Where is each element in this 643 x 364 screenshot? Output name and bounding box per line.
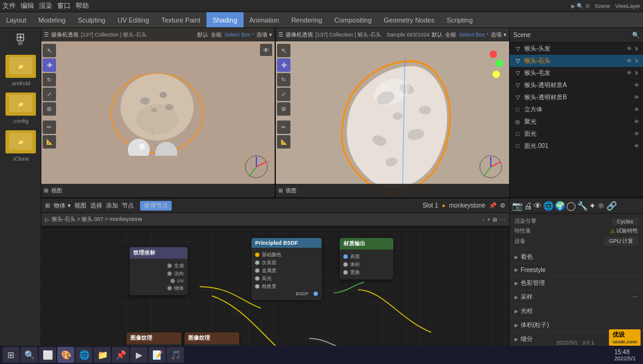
tool-measure[interactable]: 📐	[43, 135, 56, 149]
search-button[interactable]: 🔍	[21, 347, 38, 363]
taskview-button[interactable]: ⬜	[39, 347, 56, 363]
node-output[interactable]: 材质输出 表面 体积 置换	[340, 238, 393, 279]
prop-modifier-icon[interactable]: 🔧	[577, 201, 588, 211]
tab-layout[interactable]: Layout	[0, 12, 32, 27]
vr-tool-scale[interactable]: ⤢	[277, 88, 290, 101]
menu-window[interactable]: 窗口	[57, 1, 71, 10]
folder-iclone[interactable]: 📁	[5, 130, 36, 153]
prop-physics-icon[interactable]: ⚛	[597, 201, 605, 211]
vr-coord[interactable]: 默认	[432, 31, 443, 39]
tool-cursor[interactable]: ↖	[43, 44, 56, 57]
ne-view-all[interactable]: ⊞	[493, 217, 497, 223]
tab-shading[interactable]: Shading	[206, 12, 243, 27]
ne-more[interactable]: ⋯	[500, 217, 505, 223]
prop-section-light-paths[interactable]: ▶ 光程	[510, 304, 643, 318]
outliner-item-8[interactable]: □ 面光.001 👁	[510, 140, 643, 152]
outliner-vis-5[interactable]: 👁	[634, 107, 639, 113]
prop-constraint-icon[interactable]: 🔗	[606, 201, 617, 211]
folder-android[interactable]: 📁	[5, 55, 36, 78]
device-value[interactable]: GPU 计算	[604, 237, 638, 246]
outliner-item-5[interactable]: □ 立方体 👁	[510, 103, 643, 116]
vr-tool-cursor[interactable]: ↖	[277, 44, 290, 57]
tool-scale[interactable]: ⤢	[43, 88, 56, 101]
prop-render-icon[interactable]: 📷	[512, 201, 522, 211]
taskbar-app1[interactable]: 📌	[112, 347, 129, 363]
vl-coord[interactable]: 默认	[197, 31, 208, 39]
vr-selectbox[interactable]: Select Box *	[459, 32, 488, 38]
node-canvas[interactable]: 纹理坐标 生成 法向 UV 物体 Principled BSDF 基础颜色 次表…	[41, 229, 509, 364]
vl-view-icon[interactable]: 👁	[260, 44, 272, 56]
ne-add[interactable]: 添加	[106, 201, 118, 210]
vl-selectbox[interactable]: Select Box *	[224, 32, 254, 38]
ne-zoom-in[interactable]: +	[487, 217, 490, 223]
taskbar-explorer[interactable]: 📁	[94, 347, 111, 363]
menu-help[interactable]: 帮助	[76, 1, 89, 10]
outliner-item-2[interactable]: ▽ 猴头-毛发 👁 🖱	[510, 67, 643, 79]
prop-section-shading[interactable]: ▶ 着色	[510, 250, 643, 264]
outliner-vis-1[interactable]: 👁 🖱	[627, 58, 639, 64]
node-tex-coord[interactable]: 纹理坐标 生成 法向 UV 物体	[130, 247, 188, 295]
prop-world-icon[interactable]: 🌍	[555, 201, 565, 211]
ne-material[interactable]: monkeystone	[449, 202, 485, 209]
taskbar-chrome[interactable]: 🌐	[76, 347, 93, 363]
vr-tool-transform[interactable]: ⊞	[277, 102, 290, 116]
tab-texture-paint[interactable]: Texture Paint	[155, 12, 206, 27]
node-principled[interactable]: Principled BSDF 基础颜色 次表面 金属度 高光 粗糙度 BSDF	[251, 238, 322, 300]
vl-transform[interactable]: 全能	[211, 31, 222, 39]
tab-scripting[interactable]: Scripting	[440, 12, 479, 27]
prop-particle-icon[interactable]: ✦	[589, 201, 596, 211]
outliner-vis-3[interactable]: 👁	[634, 82, 639, 88]
tool-move[interactable]: ✚	[43, 58, 56, 72]
prop-object-icon[interactable]: ◯	[566, 201, 576, 211]
vr-options[interactable]: 选项 ▾	[491, 31, 507, 39]
tool-annotate[interactable]: ✏	[43, 121, 56, 134]
vl-bottom-mode[interactable]: ⊞	[44, 187, 49, 194]
outliner-item-4[interactable]: ▽ 猴头-透明材质B 👁	[510, 91, 643, 103]
viewport-right[interactable]: ☰ 摄像机透视 [137] Collection | 猴头-石头 Sample …	[276, 28, 509, 197]
outliner-vis-6[interactable]: 👁	[634, 119, 639, 125]
outliner-vis-0[interactable]: 👁 🖱	[627, 46, 639, 52]
ne-icon[interactable]: ⊞	[45, 202, 50, 209]
ne-slot[interactable]: Slot 1	[423, 202, 438, 209]
vr-bottom-mode[interactable]: ⊞	[278, 187, 283, 194]
outliner-item-7[interactable]: □ 面光 👁	[510, 128, 643, 140]
taskbar-app4[interactable]: 🎵	[167, 347, 184, 363]
outliner-vis-4[interactable]: 👁	[634, 94, 639, 100]
outliner-item-3[interactable]: ▽ 猴头-透明材质A 👁	[510, 79, 643, 91]
tool-rotate[interactable]: ↻	[43, 73, 56, 86]
taskbar-app3[interactable]: 📝	[149, 347, 166, 363]
vr-tool-annotate[interactable]: ✏	[277, 121, 290, 134]
ne-mode[interactable]: 物体 ▾	[54, 201, 71, 210]
tab-rendering[interactable]: Rendering	[285, 12, 328, 27]
menu-edit[interactable]: 编辑	[21, 1, 34, 10]
render-engine-value[interactable]: Cycles	[612, 218, 638, 225]
tab-sculpting[interactable]: Sculpting	[72, 12, 111, 27]
outliner-item-1[interactable]: ▽ 猴头-石头 👁 🖱	[510, 55, 643, 67]
sidebar-top-icon[interactable]: ⊞	[16, 30, 25, 44]
outliner-item-0[interactable]: ▽ 猴头-头发 👁 🖱	[510, 43, 643, 55]
prop-section-sampling[interactable]: ▶ 采样 ⋯	[510, 290, 643, 304]
folder-config[interactable]: 📁	[5, 93, 36, 116]
prop-output-icon[interactable]: 🖨	[524, 201, 532, 211]
ne-select[interactable]: 选择	[90, 201, 102, 210]
ne-zoom-out[interactable]: -	[483, 217, 485, 223]
prop-section-freestyle[interactable]: ▶ Freestyle	[510, 264, 643, 276]
vr-tool-rotate[interactable]: ↻	[277, 73, 290, 86]
outliner-vis-2[interactable]: 👁 🖱	[627, 70, 639, 76]
prop-scene-icon[interactable]: 🌐	[543, 201, 553, 211]
ne-node[interactable]: 节点	[122, 201, 134, 210]
tab-animation[interactable]: Animation	[244, 12, 286, 27]
outliner-vis-8[interactable]: 👁	[634, 143, 639, 149]
vl-mode-icon[interactable]: ☰	[44, 32, 49, 38]
tab-modeling[interactable]: Modeling	[32, 12, 72, 27]
vl-options[interactable]: 选项 ▾	[256, 31, 272, 39]
start-button[interactable]: ⊞	[2, 347, 19, 363]
outliner-vis-7[interactable]: 👁	[634, 131, 639, 137]
ne-view[interactable]: 视图	[74, 201, 86, 210]
prop-view-icon[interactable]: 👁	[533, 201, 542, 211]
vr-transform[interactable]: 全能	[445, 31, 456, 39]
tool-transform[interactable]: ⊞	[43, 102, 56, 116]
outliner-search-icon[interactable]: 🔍	[632, 32, 639, 38]
viewport-left[interactable]: ☰ 摄像机透视 [137] Collection | 猴头-石头 默认 全能 S…	[41, 28, 276, 197]
taskbar-blender[interactable]: 🎨	[57, 347, 74, 363]
